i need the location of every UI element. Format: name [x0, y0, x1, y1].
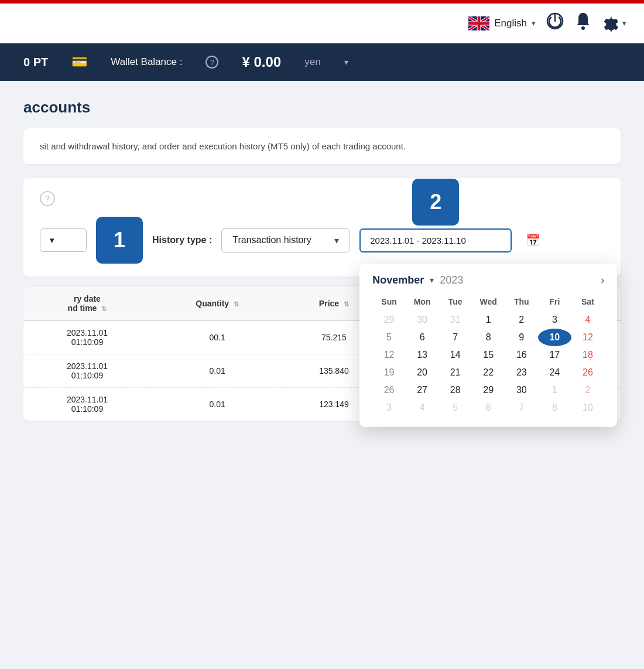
badge-1: 1 — [96, 217, 143, 264]
calendar-day[interactable]: 21 — [439, 364, 472, 381]
cell-date: 2023.11.01 01:10:09 — [23, 320, 151, 354]
wallet-amount: ¥ 0.00 — [242, 54, 281, 70]
calendar-area: 2 2023.11.01 - 2023.11.10 November ▾ 202… — [359, 228, 512, 252]
calendar-week-row: 19202122232426 — [372, 364, 604, 381]
page-content: accounts sit and withdrawal history, and… — [0, 81, 644, 438]
wallet-icon: 💳 — [71, 54, 87, 70]
calendar-day[interactable]: 12 — [372, 346, 406, 364]
calendar-year: 2023 — [440, 274, 463, 286]
account-chevron-icon: ▾ — [50, 235, 54, 245]
filter-help-icon[interactable]: ? — [40, 191, 55, 206]
cal-day-header: Mon — [406, 295, 439, 311]
cal-day-header: Wed — [472, 295, 505, 311]
calendar-day[interactable]: 12 — [571, 329, 605, 346]
calendar-day[interactable]: 31 — [439, 311, 472, 329]
date-range-input[interactable]: 2023.11.01 - 2023.11.10 — [359, 228, 512, 252]
cal-day-header: Thu — [505, 295, 539, 311]
calendar-day[interactable]: 29 — [472, 381, 505, 399]
calendar-day[interactable]: 15 — [472, 346, 505, 364]
calendar-week-row: 34567810 — [372, 399, 604, 417]
description-text: sit and withdrawal history, and order an… — [40, 141, 406, 151]
calendar-day[interactable]: 6 — [406, 329, 439, 346]
uk-flag-icon — [468, 16, 489, 30]
power-icon[interactable] — [546, 12, 564, 34]
calendar-day[interactable]: 2 — [505, 311, 539, 329]
calendar-day[interactable]: 13 — [406, 346, 439, 364]
col-quantity: Quantity ⇅ — [151, 287, 284, 320]
calendar-month-chevron[interactable]: ▾ — [430, 275, 434, 285]
wallet-help-icon[interactable]: ? — [205, 56, 218, 69]
calendar-day[interactable]: 7 — [439, 329, 472, 346]
badge-2: 2 — [412, 179, 459, 226]
settings-icon[interactable]: ▾ — [602, 15, 626, 32]
calendar-day[interactable]: 5 — [372, 329, 406, 346]
calendar-day[interactable]: 30 — [505, 381, 539, 399]
calendar-day[interactable]: 6 — [472, 399, 505, 417]
cal-day-header: Tue — [439, 295, 472, 311]
description-box: sit and withdrawal history, and order an… — [23, 128, 621, 164]
history-type-value: Transaction history — [232, 235, 311, 245]
calendar-day[interactable]: 10 — [571, 399, 605, 417]
cell-date: 2023.11.01 01:10:09 — [23, 354, 151, 388]
calendar-day[interactable]: 14 — [439, 346, 472, 364]
wallet-bar: 0 PT 💳 Wallet Balance : ? ¥ 0.00 yen ▾ — [0, 43, 644, 81]
calendar-day[interactable]: 26 — [571, 364, 605, 381]
calendar-day[interactable]: 19 — [372, 364, 406, 381]
cell-quantity: 0.01 — [151, 388, 284, 421]
cal-day-header: Sat — [571, 295, 605, 311]
calendar-day[interactable]: 16 — [505, 346, 539, 364]
account-select[interactable]: ▾ — [40, 228, 87, 252]
calendar-day[interactable]: 3 — [538, 311, 571, 329]
calendar-week-row: 12131415161718 — [372, 346, 604, 364]
wallet-chevron[interactable]: ▾ — [344, 57, 348, 67]
cal-day-header: Fri — [538, 295, 571, 311]
calendar-day[interactable]: 18 — [571, 346, 605, 364]
calendar-day[interactable]: 4 — [571, 311, 605, 329]
calendar-day[interactable]: 27 — [406, 381, 439, 399]
calendar-next-button[interactable]: › — [601, 274, 604, 286]
col-date: ry datend time ⇅ — [23, 287, 151, 320]
calendar-day[interactable]: 30 — [406, 311, 439, 329]
pt-balance: 0 PT — [23, 56, 48, 69]
calendar-day[interactable]: 26 — [372, 381, 406, 399]
calendar-day[interactable]: 7 — [505, 399, 539, 417]
calendar-day[interactable]: 8 — [472, 329, 505, 346]
calendar-day[interactable]: 3 — [372, 399, 406, 417]
section-title: accounts — [23, 98, 621, 117]
calendar-day[interactable]: 10 — [538, 329, 571, 346]
history-type-select[interactable]: Transaction history ▾ — [221, 228, 350, 252]
cell-quantity: 0.01 — [151, 354, 284, 388]
calendar-day[interactable]: 1 — [538, 381, 571, 399]
calendar-week-row: 2930311234 — [372, 311, 604, 329]
calendar-day[interactable]: 9 — [505, 329, 539, 346]
calendar-icon[interactable]: 📅 — [526, 233, 540, 247]
calendar-grid: SunMonTueWedThuFriSat 293031123456789101… — [372, 295, 604, 417]
notification-icon[interactable] — [574, 12, 592, 35]
wallet-balance-label: Wallet Balance : — [111, 56, 182, 68]
settings-chevron: ▾ — [622, 19, 626, 28]
language-chevron: ▾ — [532, 19, 536, 28]
language-label: English — [494, 18, 527, 29]
history-type-chevron: ▾ — [334, 235, 339, 246]
header: English ▾ ▾ — [0, 4, 644, 43]
language-selector[interactable]: English ▾ — [468, 16, 536, 30]
calendar-day[interactable]: 2 — [571, 381, 605, 399]
calendar-day[interactable]: 29 — [372, 311, 406, 329]
calendar-day[interactable]: 28 — [439, 381, 472, 399]
calendar-dropdown: November ▾ 2023 › SunMonTueWedThuFriSat — [359, 264, 617, 427]
wallet-unit: yen — [304, 56, 320, 68]
calendar-day[interactable]: 17 — [538, 346, 571, 364]
calendar-week-row: 567891012 — [372, 329, 604, 346]
calendar-day[interactable]: 4 — [406, 399, 439, 417]
calendar-day[interactable]: 23 — [505, 364, 539, 381]
calendar-day[interactable]: 5 — [439, 399, 472, 417]
cal-day-header: Sun — [372, 295, 406, 311]
filter-section: ? ▾ 1 History type : Transaction history — [23, 178, 621, 277]
date-range-value: 2023.11.01 - 2023.11.10 — [370, 235, 465, 245]
calendar-day[interactable]: 20 — [406, 364, 439, 381]
calendar-day[interactable]: 1 — [472, 311, 505, 329]
calendar-day[interactable]: 22 — [472, 364, 505, 381]
calendar-month[interactable]: November — [372, 274, 424, 286]
calendar-day[interactable]: 8 — [538, 399, 571, 417]
calendar-day[interactable]: 24 — [538, 364, 571, 381]
